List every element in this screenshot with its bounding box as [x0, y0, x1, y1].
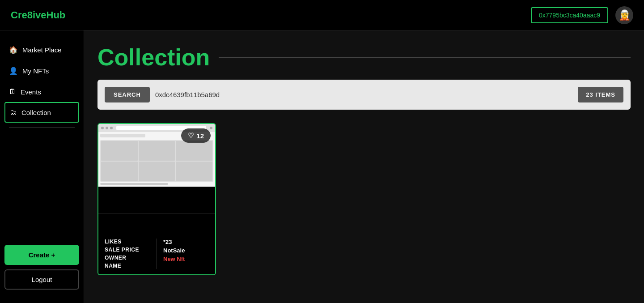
- logo-suffix: Hub: [47, 9, 66, 21]
- logo-highlight: 8ive: [27, 9, 47, 21]
- browser-img-cell-2: [139, 141, 175, 161]
- sidebar-item-marketplace[interactable]: 🏠 Market Place: [0, 39, 84, 60]
- browser-dot-3: [110, 127, 113, 129]
- nft-card-top: ♡ 12: [98, 124, 215, 213]
- nft-likes-count: 12: [196, 132, 204, 140]
- logo-prefix: Cre: [11, 9, 27, 21]
- collection-icon: 🗂: [10, 108, 17, 116]
- sidebar-bottom: Create + Logout: [0, 240, 84, 294]
- layout: 🏠 Market Place 👤 My NFTs 🗓 Events 🗂 Coll…: [0, 30, 644, 303]
- sidebar-divider: [9, 127, 75, 128]
- items-count-badge: 23 ITEMS: [578, 87, 623, 102]
- header: Cre8iveHub 0x7795bc3ca40aaac9 🧝: [0, 0, 644, 30]
- browser-image-area: [100, 140, 213, 182]
- wallet-address-button[interactable]: 0x7795bc3ca40aaac9: [531, 7, 608, 23]
- heart-icon: ♡: [188, 132, 194, 140]
- avatar[interactable]: 🧝: [615, 6, 633, 24]
- sidebar-item-mynfts[interactable]: 👤 My NFTs: [0, 60, 84, 81]
- sidebar: 🏠 Market Place 👤 My NFTs 🗓 Events 🗂 Coll…: [0, 30, 84, 303]
- nft-card[interactable]: ♡ 12: [97, 123, 216, 275]
- sidebar-item-marketplace-label: Market Place: [22, 46, 62, 54]
- logout-button[interactable]: Logout: [4, 269, 79, 290]
- nft-card-bottom: LIKES SALE PRICE OWNER NAME *23 NotSale …: [98, 233, 215, 274]
- sidebar-item-collection-label: Collection: [21, 109, 51, 116]
- nft-like-badge: ♡ 12: [181, 128, 211, 143]
- main-content: Collection SEARCH 23 ITEMS ♡ 12: [84, 30, 644, 303]
- home-icon: 🏠: [9, 46, 18, 54]
- sidebar-item-mynfts-label: My NFTs: [22, 67, 49, 75]
- sidebar-item-collection[interactable]: 🗂 Collection: [4, 102, 79, 123]
- nft-grid: ♡ 12: [97, 123, 631, 275]
- page-title: Collection: [97, 44, 210, 71]
- browser-dot-1: [101, 127, 104, 129]
- browser-img-cell-5: [139, 162, 175, 181]
- header-right: 0x7795bc3ca40aaac9 🧝: [531, 6, 633, 24]
- browser-img-cell-3: [176, 141, 212, 161]
- sale-status-value: NotSale: [163, 247, 209, 254]
- nft-name-value: New Nft: [163, 256, 209, 262]
- user-icon: 👤: [9, 67, 18, 75]
- likes-label: LIKES: [105, 239, 150, 245]
- browser-text-line: [100, 183, 168, 185]
- browser-dot-4: [210, 127, 212, 129]
- sidebar-item-events[interactable]: 🗓 Events: [0, 81, 84, 102]
- owner-label: OWNER: [105, 255, 150, 261]
- nft-info-right: *23 NotSale New Nft: [157, 239, 209, 269]
- nft-info-left: LIKES SALE PRICE OWNER NAME: [105, 239, 157, 269]
- page-title-row: Collection: [97, 44, 631, 71]
- browser-img-cell-4: [101, 162, 138, 181]
- name-label: NAME: [105, 263, 150, 269]
- logo: Cre8iveHub: [11, 9, 65, 21]
- title-divider: [219, 57, 631, 58]
- nft-card-middle: [98, 213, 215, 233]
- create-button[interactable]: Create +: [4, 245, 79, 265]
- search-input[interactable]: [155, 91, 572, 98]
- search-button[interactable]: SEARCH: [105, 87, 150, 102]
- browser-img-cell-1: [101, 141, 138, 161]
- browser-img-cell-6: [176, 162, 212, 181]
- browser-dot-2: [106, 127, 108, 129]
- sidebar-item-events-label: Events: [21, 88, 41, 96]
- search-bar: SEARCH 23 ITEMS: [97, 80, 631, 110]
- browser-nav-bar: [100, 134, 145, 137]
- calendar-icon: 🗓: [9, 88, 16, 96]
- token-id-value: *23: [163, 239, 209, 245]
- sale-price-label: SALE PRICE: [105, 247, 150, 253]
